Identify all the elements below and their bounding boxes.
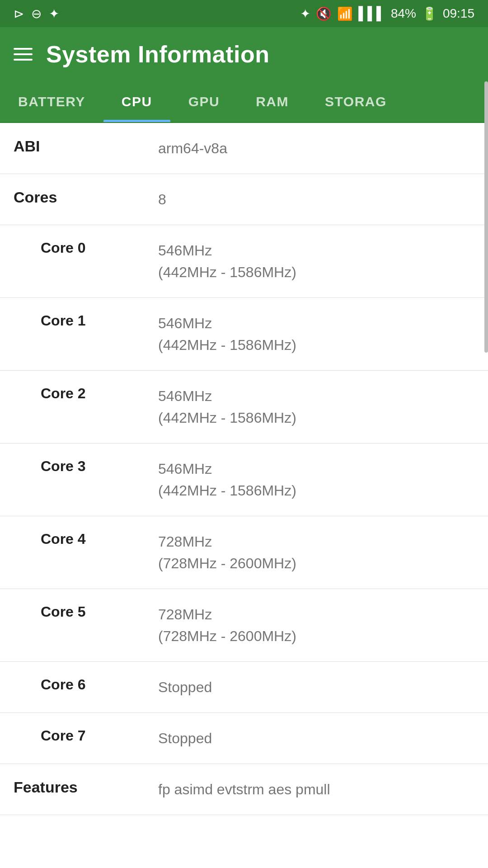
label-core1: Core 1 [14, 312, 158, 329]
battery-percentage: 84% [391, 6, 416, 21]
tab-storage[interactable]: STORAG [307, 81, 405, 122]
clock: 09:15 [443, 6, 474, 21]
row-core6: Core 6 Stopped [0, 662, 488, 713]
scroll-indicator [484, 81, 488, 353]
value-core5: 728MHz (728MHz - 2600MHz) [158, 604, 474, 647]
row-core4: Core 4 728MHz (728MHz - 2600MHz) [0, 516, 488, 589]
tab-ram[interactable]: RAM [238, 81, 307, 122]
row-core5: Core 5 728MHz (728MHz - 2600MHz) [0, 589, 488, 662]
label-features: Features [14, 778, 158, 796]
label-core0: Core 0 [14, 240, 158, 256]
label-core6: Core 6 [14, 676, 158, 693]
value-core6: Stopped [158, 676, 474, 698]
row-core3: Core 3 546MHz (442MHz - 1586MHz) [0, 443, 488, 516]
row-core2: Core 2 546MHz (442MHz - 1586MHz) [0, 371, 488, 443]
value-core2: 546MHz (442MHz - 1586MHz) [158, 385, 474, 429]
status-bar: ⊳ ⊖ ✦ ✦ 🔇 📶 ▌▌▌ 84% 🔋 09:15 [0, 0, 488, 27]
row-core1: Core 1 546MHz (442MHz - 1586MHz) [0, 298, 488, 371]
bluetooth-icon: ✦ [49, 6, 59, 21]
label-core3: Core 3 [14, 458, 158, 475]
label-core7: Core 7 [14, 727, 158, 744]
value-core0: 546MHz (442MHz - 1586MHz) [158, 240, 474, 283]
wifi-icon: 📶 [337, 6, 353, 21]
menu-button[interactable] [14, 48, 33, 61]
label-core5: Core 5 [14, 604, 158, 620]
value-cores: 8 [158, 189, 474, 210]
row-core0: Core 0 546MHz (442MHz - 1586MHz) [0, 225, 488, 298]
value-core1: 546MHz (442MHz - 1586MHz) [158, 312, 474, 356]
label-core4: Core 4 [14, 531, 158, 547]
value-core4: 728MHz (728MHz - 2600MHz) [158, 531, 474, 574]
value-core7: Stopped [158, 727, 474, 749]
tab-gpu[interactable]: GPU [170, 81, 238, 122]
mute-icon: 🔇 [316, 6, 332, 21]
battery-icon: 🔋 [422, 6, 437, 21]
row-abi: ABI arm64-v8a [0, 123, 488, 174]
label-core2: Core 2 [14, 385, 158, 402]
minus-circle-icon: ⊖ [31, 6, 42, 21]
row-core7: Core 7 Stopped [0, 713, 488, 764]
app-title: System Information [46, 41, 269, 68]
value-core3: 546MHz (442MHz - 1586MHz) [158, 458, 474, 501]
label-cores: Cores [14, 189, 158, 206]
status-bar-right-icons: ✦ 🔇 📶 ▌▌▌ 84% 🔋 09:15 [300, 6, 474, 21]
tab-cpu[interactable]: CPU [103, 81, 170, 122]
value-features: fp asimd evtstrm aes pmull [158, 778, 474, 800]
status-bar-left-icons: ⊳ ⊖ ✦ [14, 6, 59, 21]
tab-bar: BATTERY CPU GPU RAM STORAG [0, 81, 488, 123]
notification-icon: ⊳ [14, 6, 24, 21]
signal-icon: ▌▌▌ [358, 6, 385, 21]
row-features: Features fp asimd evtstrm aes pmull [0, 764, 488, 815]
bluetooth-connected-icon: ✦ [300, 6, 310, 21]
tab-battery[interactable]: BATTERY [0, 81, 103, 122]
label-abi: ABI [14, 137, 158, 155]
app-bar: System Information [0, 27, 488, 81]
row-cores: Cores 8 [0, 174, 488, 225]
cpu-content: ABI arm64-v8a Cores 8 Core 0 546MHz (442… [0, 123, 488, 815]
value-abi: arm64-v8a [158, 137, 474, 159]
